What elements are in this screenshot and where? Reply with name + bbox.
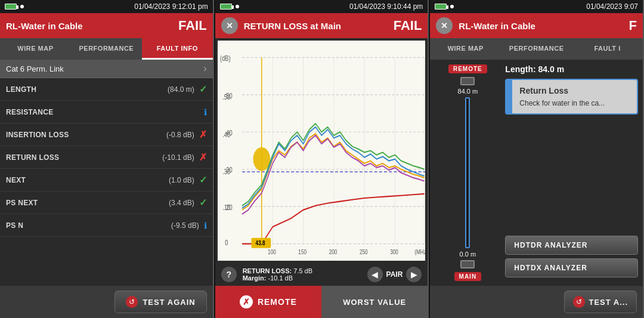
hdtdx-analyzer-button[interactable]: HDTDX ANALYZER <box>505 258 638 277</box>
test-again-button-1[interactable]: ↺ TEST AGAIN <box>114 291 206 313</box>
row-label-insertion-loss: INSERTION LOSS <box>6 131 166 139</box>
fault-description: Check for water in the ca... <box>519 99 630 107</box>
svg-text:.10: .10 <box>222 203 230 211</box>
tab-performance-1[interactable]: PERFORMANCE <box>71 38 142 60</box>
device-title-1: RL-Water in Cable <box>6 21 178 31</box>
help-button[interactable]: ? <box>221 267 237 282</box>
tab-wiremap-1[interactable]: WIRE MAP <box>0 38 71 60</box>
svg-text:43.8: 43.8 <box>255 239 265 247</box>
chart-param-row: RETURN LOSS: 7.5 dB <box>243 267 361 274</box>
tab-performance-3[interactable]: PERFORMANCE <box>501 38 572 60</box>
fail-badge-3: F <box>629 18 637 33</box>
datetime-2: 01/04/2023 9:10:44 pm <box>349 2 423 11</box>
pair-next-button[interactable]: ▶ <box>406 267 422 282</box>
worst-value-label: WORST VALUE <box>343 298 406 307</box>
remote-label: REMOTE <box>258 297 297 307</box>
chart-values: RETURN LOSS: 7.5 dB Margin: -10.1 dB <box>243 267 361 282</box>
wire-visual: REMOTE 84.0 m 0.0 m MAIN <box>435 64 500 281</box>
row-length: LENGTH (84.0 m) ✓ <box>0 78 213 101</box>
length-display: Length: 84.0 m <box>505 64 638 74</box>
measure-bot: 0.0 m <box>460 251 476 258</box>
fail-icon-insertion-loss: ✗ <box>199 129 207 140</box>
row-resistance: RESISTANCE ℹ <box>0 101 213 124</box>
svg-text:100: 100 <box>268 248 276 255</box>
tab-faultinfo-3[interactable]: FAULT I <box>572 38 643 60</box>
test-again-button-3[interactable]: ↺ TEST A... <box>564 291 637 313</box>
cable-line <box>465 97 470 248</box>
label-main: MAIN <box>454 272 482 281</box>
status-bar-1: 01/04/2023 9:12:01 pm <box>0 0 213 13</box>
chart-footer: ? RETURN LOSS: 7.5 dB Margin: -10.1 dB ◀… <box>215 263 428 286</box>
device-title-2: RETURN LOSS at Main <box>244 21 394 31</box>
svg-text:(MHz): (MHz) <box>414 248 425 255</box>
battery-icon <box>5 4 17 10</box>
row-value-next: (1.0 dB) <box>169 176 194 184</box>
status-icons-2 <box>220 4 239 10</box>
status-icons-3 <box>435 4 454 10</box>
svg-text:0: 0 <box>225 239 228 247</box>
row-return-loss: RETURN LOSS (-10.1 dB) ✗ <box>0 146 213 169</box>
svg-text:.30: .30 <box>222 168 230 176</box>
row-value-ps-n: (-9.5 dB) <box>171 221 199 230</box>
pair-navigation: ◀ PAIR ▶ <box>367 267 422 282</box>
test-again-label-1: TEST AGAIN <box>143 298 195 307</box>
pair-prev-button[interactable]: ◀ <box>367 267 383 282</box>
row-value-return-loss: (-10.1 dB) <box>162 153 194 162</box>
tabs-3: WIRE MAP PERFORMANCE FAULT I <box>430 38 643 60</box>
panel-return-loss-chart: 01/04/2023 9:10:44 pm RETURN LOSS at Mai… <box>215 0 429 318</box>
result-rows: LENGTH (84.0 m) ✓ RESISTANCE ℹ INSERTION… <box>0 78 213 286</box>
fault-info-box: Return Loss Check for water in the ca... <box>505 79 638 115</box>
battery-icon-2 <box>220 4 232 10</box>
measure-top: 84.0 m <box>458 88 478 95</box>
return-loss-chart: (dB) 50 40 30 20 .50 .40 .30 .10 0 <box>218 41 426 261</box>
bottom-bar-1: ↺ TEST AGAIN <box>0 286 213 318</box>
pair-label: PAIR <box>386 270 403 279</box>
signal-icon-3 <box>450 5 454 8</box>
row-value-ps-next: (3.4 dB) <box>169 199 194 207</box>
status-bar-2: 01/04/2023 9:10:44 pm <box>215 0 428 13</box>
tab-faultinfo-1[interactable]: FAULT INFO <box>142 38 213 60</box>
tab-wiremap-3[interactable]: WIRE MAP <box>430 38 501 60</box>
check-icon-ps-next: ✓ <box>199 197 207 208</box>
remote-button[interactable]: ✗ REMOTE <box>215 286 321 318</box>
row-label-resistance: RESISTANCE <box>6 108 199 116</box>
row-insertion-loss: INSERTION LOSS (-0.8 dB) ✗ <box>0 124 213 146</box>
margin-value: -10.1 dB <box>268 274 293 282</box>
fault-title: Return Loss <box>519 86 630 95</box>
param-value: 7.5 dB <box>293 267 312 274</box>
svg-text:300: 300 <box>390 248 398 255</box>
panel-performance: 01/04/2023 9:12:01 pm RL-Water in Cable … <box>0 0 214 318</box>
label-remote: REMOTE <box>448 64 487 73</box>
row-label-next: NEXT <box>6 176 169 184</box>
fail-badge-1: FAIL <box>178 18 207 33</box>
hdtdr-analyzer-button[interactable]: HDTDR ANALYZER <box>505 236 638 255</box>
svg-text:200: 200 <box>329 248 337 255</box>
chart-area: (dB) 50 40 30 20 .50 .40 .30 .10 0 <box>218 41 426 261</box>
test-standard-header[interactable]: Cat 6 Perm. Link › <box>0 60 213 78</box>
svg-text:250: 250 <box>360 248 368 255</box>
info-icon-resistance: ℹ <box>204 107 207 117</box>
title-bar-1: RL-Water in Cable FAIL <box>0 13 213 38</box>
svg-rect-0 <box>218 41 426 261</box>
connector-bottom <box>460 260 475 268</box>
battery-icon-3 <box>435 4 447 10</box>
row-label-length: LENGTH <box>6 85 168 94</box>
worst-value-button[interactable]: WORST VALUE <box>321 286 428 318</box>
fail-icon-return-loss: ✗ <box>199 152 207 163</box>
datetime-3: 01/04/2023 9:07 <box>586 2 638 11</box>
panel-wire-diagram: 01/04/2023 9:07 RL-Water in Cable F WIRE… <box>430 0 644 318</box>
wire-info-right: Length: 84.0 m Return Loss Check for wat… <box>505 64 638 281</box>
status-icons-1 <box>5 4 24 10</box>
signal-icon <box>20 5 24 8</box>
param-label: RETURN LOSS: <box>243 267 292 274</box>
close-button-3[interactable] <box>436 17 453 34</box>
close-button-2[interactable] <box>221 17 238 34</box>
datetime-1: 01/04/2023 9:12:01 pm <box>134 2 208 11</box>
svg-text:150: 150 <box>298 248 306 255</box>
chevron-right-icon: › <box>203 63 206 74</box>
test-again-label-3: TEST A... <box>589 298 628 307</box>
svg-text:.40: .40 <box>222 130 230 138</box>
tabs-1: WIRE MAP PERFORMANCE FAULT INFO <box>0 38 213 60</box>
refresh-icon-1: ↺ <box>126 296 138 308</box>
title-bar-3: RL-Water in Cable F <box>430 13 643 38</box>
